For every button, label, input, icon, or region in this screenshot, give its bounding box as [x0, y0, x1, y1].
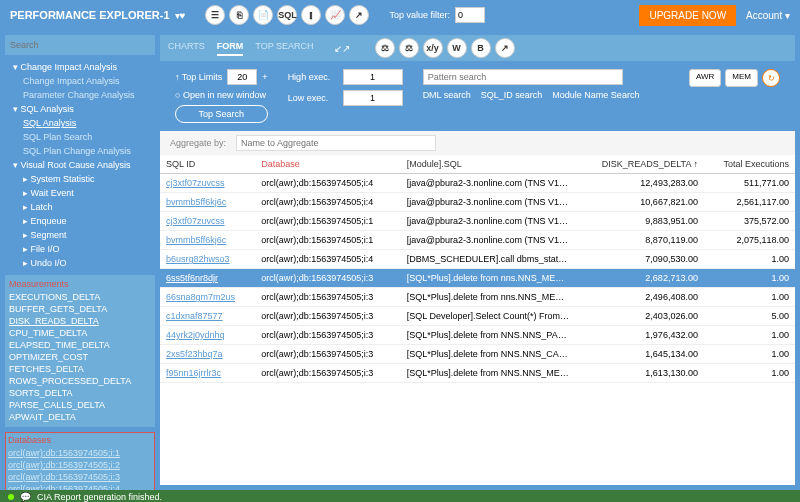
sqlid-link[interactable]: 6ss5tf6nr8djr [166, 273, 218, 283]
col-header[interactable]: SQL ID [160, 155, 255, 174]
tree-item[interactable]: ▸ Segment [5, 228, 155, 242]
measurement-item[interactable]: CPU_TIME_DELTA [9, 327, 151, 339]
database-link[interactable]: orcl(awr);db:1563974505;i:4 [8, 483, 152, 490]
tree-item[interactable]: ▸ Undo I/O [5, 256, 155, 270]
table-row[interactable]: cj3xtf07zuvcssorcl(awr);db:1563974505;i:… [160, 174, 795, 193]
sqlid-search-link[interactable]: SQL_ID search [481, 90, 543, 100]
table-row[interactable]: 6ss5tf6nr8djrorcl(awr);db:1563974505;i:3… [160, 269, 795, 288]
top-search-button[interactable]: Top Search [175, 105, 268, 123]
measurement-item[interactable]: FETCHES_DELTA [9, 363, 151, 375]
exec-cell: 1.00 [704, 269, 795, 288]
measurement-item[interactable]: OPTIMIZER_COST [9, 351, 151, 363]
table-row[interactable]: f95nn16jrrlr3corcl(awr);db:1563974505;i:… [160, 364, 795, 383]
sqlid-link[interactable]: f95nn16jrrlr3c [166, 368, 221, 378]
tree-item[interactable]: SQL Plan Search [5, 130, 155, 144]
sqlid-link[interactable]: cj3xtf07zuvcss [166, 216, 225, 226]
status-chat-icon[interactable]: 💬 [20, 492, 31, 502]
toolbar-bar-icon[interactable]: ⫿ [301, 5, 321, 25]
toolbar-share-icon[interactable]: ↗ [349, 5, 369, 25]
toolbar-ul-icon[interactable]: ☰ [205, 5, 225, 25]
sqlid-link[interactable]: b6usrg82hwso3 [166, 254, 230, 264]
toolbar-csv-icon[interactable]: ⎘ [229, 5, 249, 25]
measurement-item[interactable]: SORTS_DELTA [9, 387, 151, 399]
tree-item[interactable]: SQL Plan Change Analysis [5, 144, 155, 158]
table-row[interactable]: 2xs5f23hbq7aorcl(awr);db:1563974505;i:3[… [160, 345, 795, 364]
sqlid-link[interactable]: 44yrk2j0ydnhq [166, 330, 225, 340]
col-header[interactable]: Total Executions [704, 155, 795, 174]
sqlid-link[interactable]: cj3xtf07zuvcss [166, 178, 225, 188]
sidebar-search-input[interactable] [5, 35, 155, 55]
form-tool-icon[interactable]: W [447, 38, 467, 58]
tree-item[interactable]: ▸ Enqueue [5, 214, 155, 228]
db-cell: orcl(awr);db:1563974505;i:3 [255, 326, 401, 345]
toolbar-line-icon[interactable]: 📈 [325, 5, 345, 25]
col-header[interactable]: Database [255, 155, 401, 174]
measurement-item[interactable]: APWAIT_DELTA [9, 411, 151, 423]
sqlid-link[interactable]: 2xs5f23hbq7a [166, 349, 223, 359]
expand-icon[interactable]: ↙↗ [334, 43, 350, 54]
tree-item[interactable]: ▾ Change Impact Analysis [5, 60, 155, 74]
sqlid-link[interactable]: bvmmb5ff6kj6c [166, 197, 226, 207]
table-row[interactable]: 66sna8gm7m2usorcl(awr);db:1563974505;i:3… [160, 288, 795, 307]
sqlid-link[interactable]: bvmmb5ff6kj6c [166, 235, 226, 245]
form-tool-icon[interactable]: ⚖ [375, 38, 395, 58]
low-exec-input[interactable] [343, 90, 403, 106]
open-new-window-radio[interactable]: ○ Open in new window [175, 90, 268, 100]
heart-icon[interactable]: ♥ [180, 10, 186, 21]
refresh-icon[interactable]: ↻ [762, 69, 780, 87]
toolbar-SQL-icon[interactable]: SQL [277, 5, 297, 25]
tree-item[interactable]: ▸ File I/O [5, 242, 155, 256]
measurement-item[interactable]: DISK_READS_DELTA [9, 315, 151, 327]
tree-item[interactable]: ▸ Latch [5, 200, 155, 214]
col-header[interactable]: [Module].SQL [401, 155, 577, 174]
account-menu[interactable]: Account ▾ [746, 10, 790, 21]
sqlid-link[interactable]: c1dxnaf87577 [166, 311, 223, 321]
table-row[interactable]: 44yrk2j0ydnhqorcl(awr);db:1563974505;i:3… [160, 326, 795, 345]
db-cell: orcl(awr);db:1563974505;i:4 [255, 250, 401, 269]
database-link[interactable]: orcl(awr);db:1563974505;i:2 [8, 459, 152, 471]
tree-item[interactable]: ▾ SQL Analysis [5, 102, 155, 116]
tree-item[interactable]: ▸ Wait Event [5, 186, 155, 200]
table-row[interactable]: c1dxnaf87577orcl(awr);db:1563974505;i:3[… [160, 307, 795, 326]
table-row[interactable]: b6usrg82hwso3orcl(awr);db:1563974505;i:4… [160, 250, 795, 269]
tree-item[interactable]: ▾ Visual Root Cause Analysis [5, 158, 155, 172]
tree-item[interactable]: ▸ System Statistic [5, 172, 155, 186]
form-tool-icon[interactable]: B [471, 38, 491, 58]
database-link[interactable]: orcl(awr);db:1563974505;i:3 [8, 471, 152, 483]
database-link[interactable]: orcl(awr);db:1563974505;i:1 [8, 447, 152, 459]
top-limits-input[interactable] [227, 69, 257, 85]
upgrade-button[interactable]: UPGRADE NOW [639, 5, 736, 26]
sqlid-link[interactable]: 66sna8gm7m2us [166, 292, 235, 302]
tree-item[interactable]: Change Impact Analysis [5, 74, 155, 88]
form-tool-icon[interactable]: ⚖ [399, 38, 419, 58]
tab-charts[interactable]: CHARTS [168, 41, 205, 56]
measurement-item[interactable]: BUFFER_GETS_DELTA [9, 303, 151, 315]
tree-item[interactable]: SQL Analysis [5, 116, 155, 130]
measurement-item[interactable]: ELAPSED_TIME_DELTA [9, 339, 151, 351]
tab-form[interactable]: FORM [217, 41, 244, 56]
module-search-link[interactable]: Module Name Search [552, 90, 639, 100]
exec-cell: 2,075,118.00 [704, 231, 795, 250]
form-tool-icon[interactable]: x/y [423, 38, 443, 58]
table-row[interactable]: bvmmb5ff6kj6corcl(awr);db:1563974505;i:4… [160, 193, 795, 212]
measurement-item[interactable]: ROWS_PROCESSED_DELTA [9, 375, 151, 387]
col-header[interactable]: DISK_READS_DELTA ↑ [577, 155, 704, 174]
measurement-item[interactable]: EXECUTIONS_DELTA [9, 291, 151, 303]
pattern-search-input[interactable] [423, 69, 623, 85]
measurement-item[interactable]: PARSE_CALLS_DELTA [9, 399, 151, 411]
top-filter-input[interactable] [455, 7, 485, 23]
disk-reads-cell: 2,403,026.00 [577, 307, 704, 326]
tab-top-search[interactable]: TOP SEARCH [255, 41, 313, 56]
table-row[interactable]: cj3xtf07zuvcssorcl(awr);db:1563974505;i:… [160, 212, 795, 231]
tree-item[interactable]: Parameter Change Analysis [5, 88, 155, 102]
form-tool-icon[interactable]: ↗ [495, 38, 515, 58]
mem-pill[interactable]: MEM [725, 69, 758, 87]
table-row[interactable]: bvmmb5ff6kj6corcl(awr);db:1563974505;i:1… [160, 231, 795, 250]
top-limits-plus[interactable]: + [262, 72, 267, 82]
db-cell: orcl(awr);db:1563974505;i:4 [255, 174, 401, 193]
high-exec-input[interactable] [343, 69, 403, 85]
dml-search-link[interactable]: DML search [423, 90, 471, 100]
toolbar-pdf-icon[interactable]: 📄 [253, 5, 273, 25]
awr-pill[interactable]: AWR [689, 69, 721, 87]
aggregate-input[interactable] [236, 135, 436, 151]
